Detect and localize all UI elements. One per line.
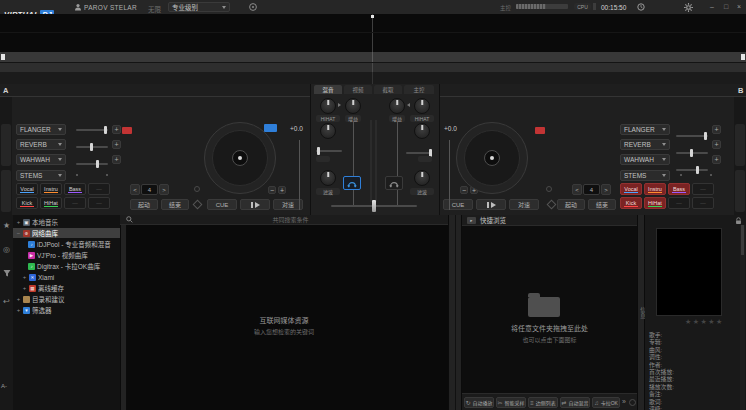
deck-a-fx2-add-button[interactable]: + [112,140,121,149]
deck-a-fx3-add-button[interactable]: + [112,155,121,164]
deck-a-fx1-add-button[interactable]: + [112,125,121,134]
channel-1-volume-fader[interactable] [346,121,360,207]
deck-a-cue-button[interactable]: CUE [207,199,237,210]
tree-item-local-music[interactable]: + ▣ 本地音乐 [13,217,120,227]
deck-a-pitch-fader[interactable] [290,140,308,210]
stem-pad-vocal[interactable]: Vocal [16,183,38,195]
deck-a-filter-knob[interactable] [320,170,336,186]
deck-b-loop-half-button[interactable]: < [572,184,582,195]
deck-b-fx1-add-button[interactable]: + [712,125,721,134]
deck-a-diamond-icon[interactable] [193,200,203,210]
channel-2-headphone-cue-button[interactable] [385,176,403,190]
deck-b-minus-button[interactable]: − [460,186,468,194]
maximize-button[interactable]: □ [720,3,732,10]
stem-pad-empty[interactable]: — [88,197,110,209]
deck-a-loop-out-button[interactable]: 结束 [161,199,189,210]
channel-2-volume-fader[interactable] [390,121,404,207]
deck-a-loop-in-button[interactable]: 起动 [130,199,158,210]
expand-toggle[interactable]: + [16,296,21,302]
info-scrollbar[interactable] [740,225,745,410]
overview-strip-2[interactable] [0,63,746,72]
deck-a-loop-size[interactable]: 4 [141,184,158,195]
deck-b-fx3-add-button[interactable]: + [712,155,721,164]
expand-toggle[interactable]: + [16,307,21,313]
channel-1-gain-knob[interactable] [345,98,361,114]
deck-b-sync-button[interactable]: 对速 [509,199,539,210]
tree-item-online-library[interactable]: − ⊕ 网络曲库 [13,228,120,238]
deck-b-loop-out-button[interactable]: 结束 [588,199,616,210]
stems-page-dot[interactable] [680,174,682,176]
crossfader-handle[interactable] [372,200,376,212]
stem-pad-hihat[interactable]: HiHat [644,197,666,209]
stem-pad-bass[interactable]: Bass [64,183,86,195]
expand-toggle[interactable]: − [16,230,21,236]
deck-b-fx2-dropdown[interactable]: REVERB [620,139,670,150]
center-collapse-handle[interactable] [448,215,462,410]
album-art[interactable] [656,228,722,316]
deck-b-filter-knob[interactable] [414,170,430,186]
deck-b-jog-wheel[interactable] [456,122,528,194]
help-icon[interactable] [249,3,257,11]
deck-b-cue-mix-slider[interactable] [406,152,432,154]
karaoke-button[interactable]: ♫卡拉OK [592,397,620,408]
deck-b-diamond-icon[interactable] [547,200,557,210]
settings-gear-icon[interactable] [684,3,693,12]
font-size-button[interactable]: A- [1,383,7,389]
waveform-display[interactable] [0,14,746,52]
left-collapse-handle[interactable] [120,225,127,410]
deck-b-pads-rail-tab[interactable] [735,170,745,212]
deck-b-fx-rail-tab[interactable] [735,124,745,166]
deck-a-fx3-slider[interactable] [76,163,108,165]
stem-pad-hihat[interactable]: HiHat [40,197,62,209]
deck-a-param-dot[interactable] [194,186,200,192]
stem-pad-instru[interactable]: Instru [40,183,62,195]
deck-b-loop-size[interactable]: 4 [583,184,600,195]
deck-b-eq-knob-1[interactable] [414,98,430,114]
stems-page-dot[interactable] [106,174,108,176]
toolbar-options-button[interactable] [629,399,636,406]
slider-handle[interactable] [690,149,693,157]
stems-page-dot[interactable] [76,174,78,176]
deck-a-loop-half-button[interactable]: < [130,184,140,195]
expand-toggle[interactable]: + [22,274,27,280]
stem-pad-kick[interactable]: Kick [620,197,642,209]
deck-b-eq-knob-2[interactable] [414,123,430,139]
tree-item-folders-suggestions[interactable]: + 目录和建议 [13,294,120,304]
deck-a-fx1-slider[interactable] [76,129,108,131]
deck-b-pitch-fader[interactable] [440,140,458,210]
stem-pad-bass[interactable]: Bass [668,183,690,195]
favorites-star-icon[interactable]: ★ [0,221,13,230]
slider-handle[interactable] [104,126,107,134]
stem-pad-empty[interactable]: — [692,183,714,195]
beat-strip[interactable] [0,72,746,84]
scrollbar-thumb[interactable] [741,225,744,255]
expand-toggle[interactable]: + [22,285,27,291]
eq-page-arrow-icon[interactable] [338,103,341,107]
channel-2-gain-knob[interactable] [389,98,405,114]
deck-a-fx3-dropdown[interactable]: WAHWAH [16,154,66,165]
deck-b-loop-in-button[interactable]: 起动 [557,199,585,210]
stem-pad-kick[interactable]: Kick [16,197,38,209]
overview-strip-1[interactable] [0,52,746,62]
sidelist-button[interactable]: ≡边侧列表 [528,397,558,408]
stems-page-dot[interactable] [710,174,712,176]
disc-icon[interactable]: ◎ [0,245,13,254]
mixer-tab-master[interactable]: 主控 [404,85,434,94]
stem-pad-vocal[interactable]: Vocal [620,183,642,195]
automix-button[interactable]: ↻自动播放 [464,397,494,408]
info-collapse-handle[interactable]: 信息 [637,215,645,410]
user-name[interactable]: PAROV STELAR [84,4,137,11]
automix-mode-button[interactable]: ⇄自动混音 [560,397,590,408]
eq-page-arrow-icon[interactable] [407,103,410,107]
tree-item-xiami[interactable]: + ✕ Xiami [13,272,120,282]
tree-item-offline-cache[interactable]: + ▦ 离线缓存 [13,283,120,293]
deck-b-fx2-slider[interactable] [676,152,708,154]
slider-handle[interactable] [704,132,707,140]
slider-handle[interactable] [90,143,93,151]
rating-stars[interactable]: ★★★★★ [685,318,724,326]
deck-b-stems-dropdown[interactable]: STEMS [620,170,670,181]
deck-a-fx-rail-tab[interactable] [1,124,11,166]
slider-handle[interactable] [317,147,320,155]
deck-a-fx2-dropdown[interactable]: REVERB [16,139,66,150]
slider-handle[interactable] [96,160,99,168]
